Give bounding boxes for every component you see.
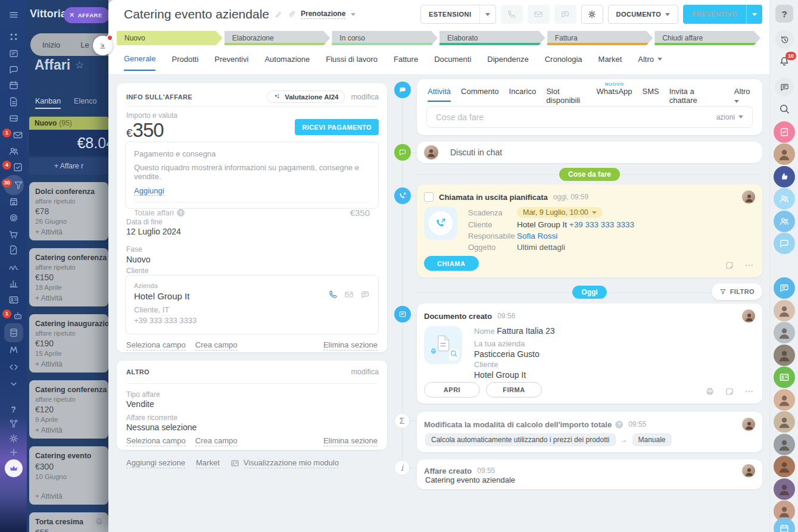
sidebar-item-calendar[interactable] (0, 77, 27, 93)
market-link[interactable]: Market (196, 458, 220, 468)
extensions-dropdown-arrow[interactable] (479, 5, 495, 23)
note-icon[interactable] (725, 387, 734, 396)
edit-section-link[interactable]: modifica (351, 93, 379, 101)
sidebar-item-more[interactable] (0, 375, 27, 392)
firma-button[interactable]: FIRMA (486, 382, 542, 398)
create-field-link[interactable]: Crea campo (195, 436, 238, 446)
sidebar-item-apps[interactable] (0, 29, 27, 45)
mail-icon[interactable] (344, 290, 354, 302)
phone-icon[interactable] (328, 290, 338, 302)
add-activity-link[interactable]: + Attività (35, 426, 63, 434)
create-field-link[interactable]: Crea campo (195, 340, 238, 351)
entry-title[interactable]: Chiamata in uscita pianificata (439, 193, 548, 202)
sidebar-item-store[interactable] (0, 193, 27, 210)
rail-item-contacts[interactable] (774, 367, 795, 388)
kanban-column-header[interactable]: Nuovo(95) (29, 117, 108, 130)
preventivo-dropdown-arrow[interactable] (746, 5, 762, 24)
add-activity-link[interactable]: + Attività (35, 228, 63, 236)
more-menu-icon[interactable] (744, 387, 754, 396)
documento-button[interactable]: DOCUMENTO (608, 5, 679, 24)
tab-dipendenze[interactable]: Dipendenze (487, 54, 528, 71)
doc-name[interactable]: Fattura Italia 23 (497, 326, 554, 336)
tab-preventivi[interactable]: Preventivi (214, 54, 248, 71)
extensions-button[interactable]: ESTENSIONI (420, 5, 496, 24)
more-menu-icon[interactable] (744, 261, 754, 270)
sidebar-item-upgrade[interactable] (0, 460, 27, 477)
delete-section-link[interactable]: Elimina sezione (323, 340, 378, 351)
tab-market[interactable]: Market (598, 54, 622, 71)
rail-item-likes[interactable] (774, 166, 795, 187)
kanban-add-deal-button[interactable]: + Affare r (29, 158, 108, 174)
stage-elaborato[interactable]: Elaborato (439, 31, 545, 45)
client-phone-link[interactable]: +39 333 333 3333 (569, 220, 634, 229)
nav-item-inizio[interactable]: Inizio (42, 40, 60, 49)
favorite-star-icon[interactable]: ☆ (75, 59, 84, 71)
add-activity-link[interactable]: + Attività (35, 360, 63, 368)
end-date-value[interactable]: 12 Luglio 2024 (126, 227, 181, 236)
owner-link[interactable]: Sofia Rossi (517, 231, 557, 240)
rail-item-todo[interactable] (774, 121, 795, 143)
sidebar-item-documents[interactable] (0, 93, 27, 110)
edit-section-link[interactable]: modifica (351, 368, 379, 376)
help-button[interactable]: ? (775, 5, 793, 23)
sidebar-item-quotes[interactable] (0, 242, 27, 258)
kanban-deal-card[interactable]: Catering inaugurazione affare ripetuto €… (29, 314, 108, 373)
sidebar-item-developer[interactable] (0, 359, 27, 375)
filter-button[interactable]: FILTRO (712, 283, 762, 300)
sidebar-item-esign[interactable] (0, 259, 27, 276)
tab-cronologia[interactable]: Cronologia (545, 54, 582, 71)
tab-documenti[interactable]: Documenti (434, 54, 471, 71)
client-card[interactable]: Azienda Hotel Group It Cliente, IT +39 3… (125, 275, 379, 334)
chiama-button[interactable]: CHIAMA (424, 256, 479, 271)
add-activity-link[interactable]: + Attività (35, 294, 63, 302)
stage-fattura[interactable]: Fattura (547, 31, 653, 45)
rail-item-chat[interactable] (774, 277, 795, 299)
ai-score-badge[interactable]: Valutazione AI24 (267, 90, 345, 103)
recurring-value[interactable]: Nessuna selezione (126, 423, 197, 432)
tab-prodotti[interactable]: Prodotti (172, 54, 198, 71)
printer-icon[interactable] (705, 387, 715, 396)
view-tab-elenco[interactable]: Elenco (74, 97, 96, 109)
copy-link-icon[interactable] (288, 11, 295, 18)
rail-item-avatar[interactable] (774, 434, 795, 455)
stage-nuovo[interactable]: Nuovo (117, 31, 223, 45)
rail-item-avatar[interactable] (774, 143, 795, 165)
discuss-in-chat-row[interactable]: + Discuti in chat (417, 142, 762, 163)
kanban-deal-card[interactable]: Catering evento €300 10 Giugno + Attivit… (29, 446, 108, 505)
rail-item-avatar[interactable] (774, 411, 795, 433)
rail-item-avatar[interactable] (774, 300, 795, 321)
phase-value[interactable]: Nuovo (126, 255, 150, 264)
receive-payment-button[interactable]: RICEVI PAGAMENTO (295, 119, 379, 135)
sidebar-item-crm[interactable]: 30 (0, 177, 27, 193)
settings-button[interactable] (581, 5, 603, 24)
view-mode-link[interactable]: Visualizzazione mio modulo (244, 458, 339, 468)
rail-item-avatar[interactable] (774, 456, 795, 477)
sidebar-item-add[interactable] (0, 444, 27, 461)
sidebar-item-messenger[interactable] (0, 61, 27, 78)
stage-chiudi-affare[interactable]: Chiudi affare (654, 31, 760, 45)
sidebar-item-structure[interactable] (0, 415, 27, 432)
nav-item-lead[interactable]: Le (80, 40, 89, 49)
search-button[interactable] (778, 103, 790, 117)
history-button[interactable] (775, 30, 794, 49)
composer-tab-whatsapp[interactable]: NUOVOWhatsApp (597, 87, 632, 101)
select-field-link[interactable]: Seleziona campo (126, 436, 186, 446)
composer-tab-sms[interactable]: SMS (643, 87, 659, 101)
rail-item-avatar[interactable] (774, 322, 795, 343)
tab-flussi-di-lavoro[interactable]: Flussi di lavoro (326, 54, 378, 71)
tab-generale[interactable]: Generale (124, 54, 155, 71)
composer-tab-attivita[interactable]: Attività (428, 87, 451, 102)
sidebar-item-tasks[interactable]: 4 (0, 159, 27, 176)
view-tab-kanban[interactable]: Kanban (35, 97, 61, 109)
chat-button[interactable] (554, 5, 576, 24)
composer-tab-incarico[interactable]: Incarico (509, 87, 537, 101)
sidebar-item-shop[interactable] (0, 226, 27, 243)
deal-amount[interactable]: €350 (126, 119, 164, 142)
edit-title-icon[interactable] (275, 11, 282, 18)
kanban-deal-card[interactable]: Catering conferenza affare ripetuto €150… (29, 248, 108, 306)
composer-tab-commento[interactable]: Commento (461, 87, 499, 101)
todo-input[interactable]: Cose da fare azioni (426, 106, 753, 128)
stage-in-corso[interactable]: In corso (332, 31, 438, 45)
sidebar-item-mail[interactable]: 1 (0, 127, 27, 143)
help-icon[interactable]: ? (177, 209, 185, 217)
